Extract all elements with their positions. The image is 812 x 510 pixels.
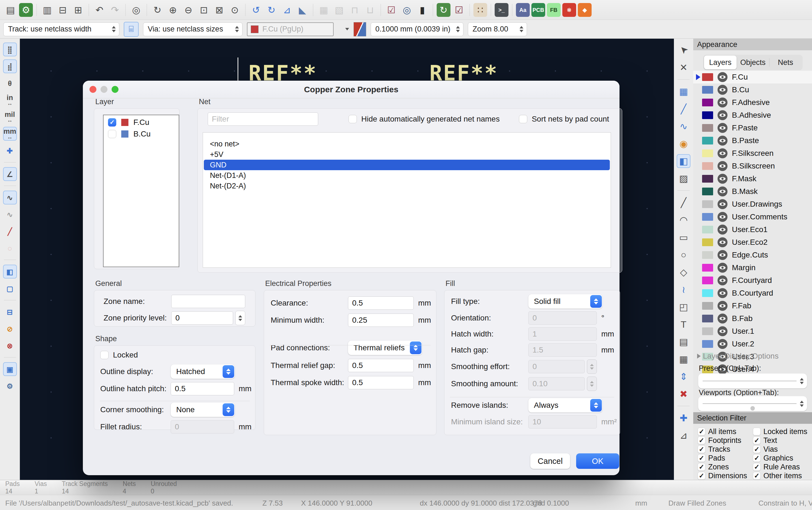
zones-filled-icon[interactable]: ◧ [3,265,17,279]
corner-smoothing-select[interactable]: None [171,402,235,417]
layer-color-swatch[interactable] [702,137,713,144]
refresh-icon[interactable]: ↻ [150,3,164,17]
draw-rectangle-icon[interactable]: ▭ [677,230,691,244]
layer-row[interactable]: B.Adhesive [693,109,812,121]
grid-dots-icon[interactable]: ⣿ [3,42,17,56]
update-pcb-icon[interactable]: ↻ [437,3,451,17]
layer-row[interactable]: User.1 [693,325,812,338]
selection-filter-item[interactable]: Locked items [753,427,809,436]
pads-outline-icon[interactable]: ⊘ [3,322,17,336]
layer-row[interactable]: F.Silkscreen [693,147,812,160]
selection-filter-item[interactable]: Vias [753,445,809,454]
viewer-3d-icon[interactable]: ▮ [415,3,429,17]
plugin-teardrops-icon[interactable]: ※ [562,3,576,17]
visibility-eye-icon[interactable] [718,250,727,260]
add-image-icon[interactable]: ◰ [677,300,691,314]
polar-coordinates-icon[interactable]: θ [3,76,17,90]
visibility-eye-icon[interactable] [718,174,727,184]
layer-color-swatch[interactable] [702,328,713,335]
minimum-width-input[interactable] [348,314,414,327]
vias-crossed-icon[interactable]: ⊗ [3,339,17,352]
checkbox[interactable] [753,472,761,480]
smoothing-effort-input[interactable] [528,360,585,373]
visibility-eye-icon[interactable] [718,276,727,285]
rule-area-icon[interactable]: ▨ [677,172,691,186]
flip-board-icon[interactable]: ◣ [295,3,309,17]
layer-row[interactable]: B.Fab [693,312,812,325]
layer-row[interactable]: User.Drawings [693,198,812,210]
layer-row[interactable]: Edge.Cuts [693,249,812,261]
layer-row[interactable]: F.Adhesive [693,96,812,109]
outline-display-select[interactable]: Hatched [171,364,235,379]
board-setup-icon[interactable]: ⚙ [19,3,33,17]
layer-row[interactable]: B.Mask [693,185,812,198]
net-inspector-icon[interactable]: ∷ [473,3,487,17]
visibility-eye-icon[interactable] [718,85,727,95]
layer-row[interactable]: F.Cu [693,71,812,83]
layer-color-swatch[interactable] [702,175,713,182]
units-inches-icon[interactable]: in ↔ [3,93,17,107]
draw-polygon-icon[interactable]: ◇ [677,265,691,279]
hatch-pitch-input[interactable] [171,382,234,395]
hatch-width-input[interactable] [528,328,597,341]
selection-filter-item[interactable]: Footprints [698,436,753,445]
clearance-input[interactable] [348,296,414,310]
visibility-eye-icon[interactable] [718,301,727,311]
undo-icon[interactable]: ↶ [92,3,106,17]
route-tracks-icon[interactable]: ╱ [677,102,691,116]
visibility-eye-icon[interactable] [718,339,727,349]
layer-row[interactable]: User.Eco2 [693,236,812,249]
tracks-outline-icon[interactable]: ╱ [3,224,17,238]
add-text-icon[interactable]: T [677,317,691,331]
fill-type-select[interactable]: Solid fill [528,294,602,309]
draw-bezier-icon[interactable]: ≀ [677,283,691,296]
zoom-objects-icon[interactable]: ⊠ [212,3,226,17]
orientation-input[interactable] [528,311,597,324]
add-zone-icon[interactable]: ◧ [677,154,691,168]
rotate-cw-icon[interactable]: ↻ [265,3,279,17]
checkbox[interactable] [698,428,705,435]
net-list-item[interactable]: <no net> [204,139,610,149]
checkbox[interactable] [698,445,705,453]
visibility-eye-icon[interactable] [718,288,727,298]
plot-icon[interactable]: ⊞ [71,3,85,17]
layer-color-swatch[interactable] [702,340,713,348]
units-mils-icon[interactable]: mil ↔ [3,110,17,124]
add-textbox-icon[interactable]: ▤ [677,335,691,349]
appearance-tab[interactable]: Layers [704,56,736,69]
dialog-titlebar[interactable]: Copper Zone Properties [83,81,619,98]
selection-filter-item[interactable]: Dimensions [698,472,753,480]
grid-origin-icon[interactable]: ✚ [677,411,691,425]
rotate-ccw-icon[interactable]: ↺ [249,3,263,17]
hide-auto-nets-checkbox[interactable] [349,115,357,123]
layer-row[interactable]: User.Comments [693,210,812,223]
zoom-selection-icon[interactable]: ⊙ [228,3,242,17]
add-via-icon[interactable]: ◉ [677,137,691,150]
visibility-eye-icon[interactable] [718,237,727,247]
measure-icon[interactable]: ⊿ [677,428,691,442]
checkbox[interactable] [698,436,705,444]
ratsnest-curved-icon[interactable]: ∿ [3,191,17,204]
visibility-eye-icon[interactable] [718,148,727,158]
layer-select-dropdown-icon[interactable] [338,22,349,36]
layer-color-swatch[interactable] [702,200,713,208]
selection-filter-item[interactable]: Other items [753,472,809,480]
net-list-item[interactable]: Net-(D2-A) [204,181,610,191]
fillet-radius-input[interactable] [171,420,234,433]
save-icon[interactable]: ▤ [4,3,18,17]
net-list-item[interactable]: GND [204,160,610,170]
layer-color-swatch[interactable] [702,124,713,132]
checkbox[interactable] [753,428,761,435]
visibility-eye-icon[interactable] [718,161,727,171]
sort-nets-checkbox[interactable] [519,115,527,123]
layer-row[interactable]: User.Eco1 [693,223,812,236]
zone-name-input[interactable] [171,295,245,308]
draw-circle-icon[interactable]: ○ [677,248,691,262]
checkbox[interactable] [698,454,705,462]
plugin-round-tracks-icon[interactable]: ◆ [578,3,591,17]
ok-button[interactable]: OK [576,453,619,469]
selection-filter-item[interactable]: Text [753,436,809,445]
checkbox[interactable] [753,436,761,444]
thermal-relief-gap-input[interactable] [348,359,414,372]
layer-row[interactable]: F.Mask [693,172,812,185]
